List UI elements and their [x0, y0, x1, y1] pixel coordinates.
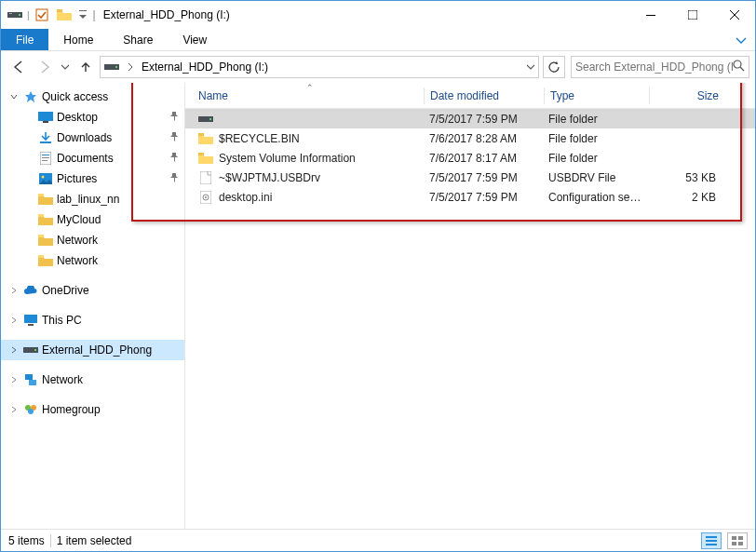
svg-rect-1: [9, 13, 12, 14]
refresh-button[interactable]: [543, 56, 565, 78]
svg-point-9: [115, 66, 117, 68]
nav-tree: Quick access Desktop Downloads Documents…: [1, 83, 185, 529]
crumb-drive[interactable]: [101, 57, 123, 77]
file-type: File folder: [543, 152, 647, 165]
folder-icon: [198, 131, 213, 146]
file-size: 53 KB: [647, 171, 722, 184]
tree-label: Pictures: [57, 172, 97, 185]
chevron-right-icon[interactable]: [123, 57, 138, 77]
svg-rect-47: [738, 542, 743, 545]
svg-rect-16: [42, 157, 49, 158]
back-button[interactable]: [7, 55, 31, 79]
table-row[interactable]: $RECYCLE.BIN7/6/2017 8:28 AMFile folder: [185, 128, 755, 148]
file-list: ⌃ Name Date modified Type Size 7/5/2017 …: [185, 83, 755, 529]
col-type[interactable]: Type: [545, 83, 649, 108]
tree-ext-hdd[interactable]: External_HDD_Phong: [1, 340, 184, 360]
folder-icon: [54, 5, 74, 25]
svg-point-34: [209, 118, 211, 120]
search-input[interactable]: [575, 61, 733, 74]
view-details-button[interactable]: [701, 532, 722, 549]
svg-rect-13: [40, 141, 51, 143]
recent-locations[interactable]: [59, 55, 72, 79]
qat-dropdown[interactable]: [76, 5, 89, 25]
crumb-location[interactable]: External_HDD_Phong (I:): [138, 57, 272, 77]
tree-quick-access[interactable]: Quick access: [1, 87, 184, 107]
window-title: External_HDD_Phong (I:): [96, 8, 629, 21]
pictures-icon: [38, 171, 53, 186]
downloads-icon: [38, 130, 53, 145]
table-row[interactable]: ~$WJPTMJ.USBDrv7/5/2017 7:59 PMUSBDRV Fi…: [185, 168, 755, 187]
tree-this-pc[interactable]: This PC: [1, 310, 184, 330]
file-name: ~$WJPTMJ.USBDrv: [219, 171, 320, 184]
tree-onedrive[interactable]: OneDrive: [1, 280, 184, 301]
col-date[interactable]: Date modified: [425, 83, 544, 108]
svg-rect-46: [732, 542, 736, 545]
col-size[interactable]: Size: [650, 83, 724, 108]
tree-documents[interactable]: Documents: [1, 148, 184, 168]
forward-button[interactable]: [33, 55, 57, 79]
network-icon: [23, 372, 38, 387]
chevron-down-icon[interactable]: [8, 91, 20, 102]
tab-home[interactable]: Home: [48, 29, 108, 50]
svg-rect-11: [38, 112, 53, 121]
close-button[interactable]: [713, 1, 755, 29]
navbar: External_HDD_Phong (I:): [1, 51, 755, 83]
ini-icon: [198, 190, 213, 205]
svg-point-40: [205, 196, 207, 198]
tab-view[interactable]: View: [168, 29, 222, 50]
tree-label: Network: [57, 254, 98, 267]
drive-icon: [23, 343, 38, 357]
tree-label: External_HDD_Phong: [42, 343, 152, 357]
svg-rect-43: [706, 544, 717, 545]
chevron-right-icon[interactable]: [8, 374, 20, 385]
table-row[interactable]: 7/5/2017 7:59 PMFile folder: [185, 109, 755, 128]
desktop-icon: [38, 110, 53, 125]
tree-downloads[interactable]: Downloads: [1, 128, 184, 148]
maximize-button[interactable]: [671, 1, 713, 29]
svg-rect-22: [38, 235, 44, 237]
folder-icon: [38, 233, 53, 248]
svg-rect-37: [200, 171, 211, 184]
file-date: 7/5/2017 7:59 PM: [424, 171, 543, 184]
svg-rect-15: [42, 155, 49, 155]
file-date: 7/6/2017 8:28 AM: [424, 132, 543, 145]
tab-file[interactable]: File: [1, 29, 48, 50]
ribbon-expand[interactable]: [727, 29, 755, 50]
tab-share[interactable]: Share: [108, 29, 168, 50]
address-bar[interactable]: External_HDD_Phong (I:): [100, 56, 539, 78]
titlebar: | | External_HDD_Phong (I:): [1, 1, 755, 29]
svg-rect-45: [738, 536, 743, 540]
tree-desktop[interactable]: Desktop: [1, 107, 184, 128]
pin-icon: [169, 172, 179, 185]
view-large-button[interactable]: [727, 532, 748, 549]
tree-homegroup[interactable]: Homegroup: [1, 399, 184, 420]
tree-lab-linux[interactable]: lab_linux_nn: [1, 189, 184, 209]
tree-pictures[interactable]: Pictures: [1, 168, 184, 189]
sort-indicator: ⌃: [306, 83, 314, 92]
chevron-right-icon[interactable]: [8, 315, 20, 326]
chevron-right-icon[interactable]: [8, 344, 20, 356]
file-type: USBDRV File: [543, 171, 647, 184]
table-row[interactable]: desktop.ini7/5/2017 7:59 PMConfiguration…: [185, 187, 755, 207]
tree-mycloud[interactable]: MyCloud: [1, 209, 184, 230]
tree-network-1[interactable]: Network: [1, 230, 184, 250]
svg-point-32: [28, 409, 34, 414]
search-icon[interactable]: [733, 60, 745, 74]
tree-label: Downloads: [57, 131, 112, 144]
svg-rect-4: [57, 9, 62, 12]
chevron-right-icon[interactable]: [8, 404, 20, 415]
tree-network[interactable]: Network: [1, 370, 184, 390]
star-icon: [23, 89, 38, 104]
search-box[interactable]: [571, 56, 749, 78]
chevron-right-icon[interactable]: [8, 285, 20, 296]
tree-network-2[interactable]: Network: [1, 250, 184, 271]
up-button[interactable]: [74, 55, 98, 79]
tree-label: Desktop: [57, 111, 98, 124]
address-dropdown[interactable]: [521, 57, 538, 77]
file-date: 7/6/2017 8:17 AM: [424, 152, 543, 165]
file-name: desktop.ini: [219, 191, 272, 204]
minimize-button[interactable]: [629, 1, 671, 29]
table-row[interactable]: System Volume Information7/6/2017 8:17 A…: [185, 148, 755, 168]
qat-properties[interactable]: [32, 5, 52, 25]
svg-rect-36: [198, 153, 204, 155]
